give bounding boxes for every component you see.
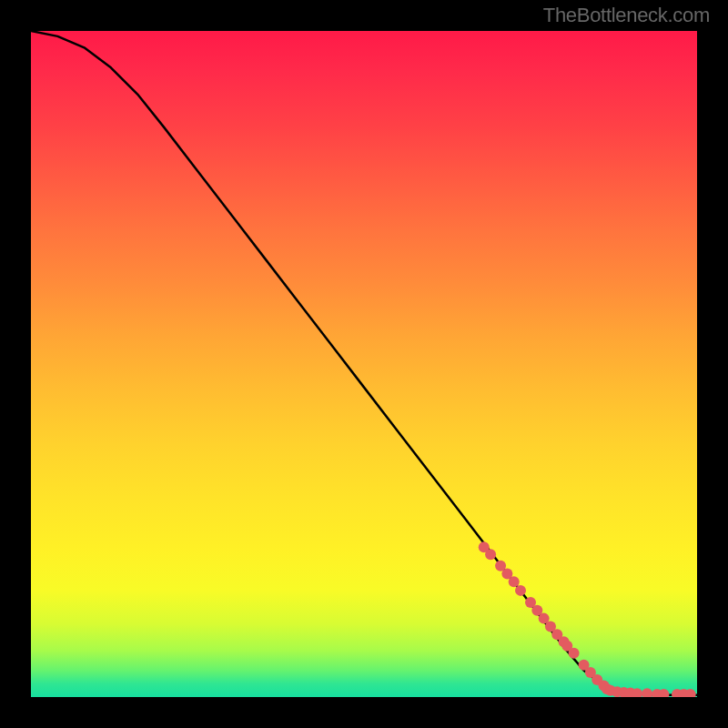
- data-dot: [485, 549, 496, 560]
- data-dot: [569, 648, 580, 659]
- curve-line: [31, 31, 697, 695]
- data-dots: [479, 541, 696, 697]
- attribution-text: TheBottleneck.com: [543, 4, 710, 27]
- overlay-svg: [31, 31, 697, 697]
- data-dot: [515, 585, 526, 596]
- plot-area: [31, 31, 697, 697]
- chart-root: TheBottleneck.com: [0, 0, 728, 728]
- data-dot: [509, 576, 520, 587]
- data-dot: [642, 688, 652, 697]
